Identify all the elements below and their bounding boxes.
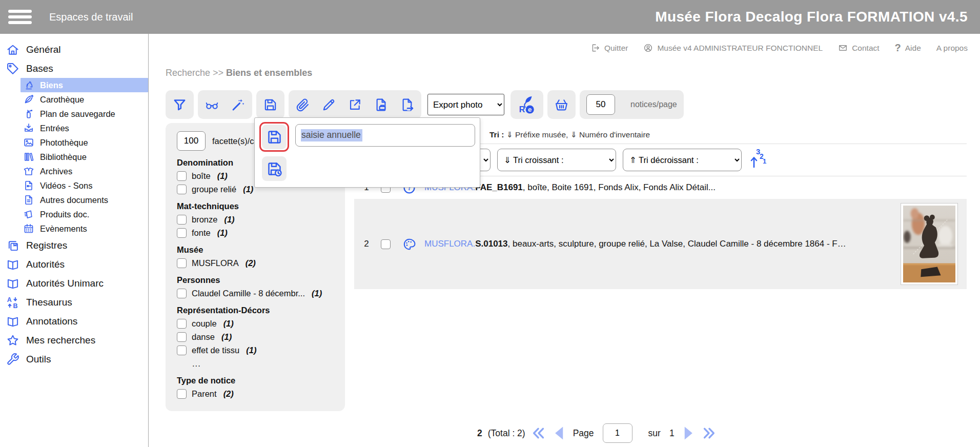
palette-icon[interactable] (402, 237, 416, 251)
sidebar-item-entrees[interactable]: Entrées (21, 121, 148, 135)
save-search-icon[interactable] (263, 97, 278, 112)
sidebar-item-carotheque[interactable]: Carothèque (21, 92, 148, 107)
re-index-icon[interactable]: Re (517, 95, 537, 114)
quit-button[interactable]: Quitter (590, 43, 628, 53)
edit-pencil-icon[interactable] (321, 97, 336, 112)
facet-checkbox-groupe-relie[interactable] (177, 185, 187, 194)
save-scheduled-search-button[interactable] (262, 156, 287, 181)
current-user[interactable]: Musée v4 ADMINISTRATEUR FONCTIONNEL (643, 43, 823, 53)
sidebar-item-outils[interactable]: Outils (0, 350, 148, 369)
main-content: Quitter Musée v4 ADMINISTRATEUR FONCTION… (149, 34, 980, 447)
inbox-download-icon (23, 123, 34, 134)
facet-group-musee: Musée MUSFLORA(2) (177, 245, 338, 268)
first-page-icon[interactable] (531, 425, 546, 441)
page-label: Page (573, 428, 594, 439)
facet-checkbox-bronze[interactable] (177, 215, 187, 225)
external-link-icon[interactable] (348, 97, 362, 112)
facet-count-input[interactable] (177, 131, 206, 151)
result-checkbox[interactable] (381, 239, 391, 249)
result-title[interactable]: MUSFLORA.S.01013, beaux-arts, sculpture,… (424, 239, 846, 249)
save-search-popup: saisie annuelle (254, 117, 480, 188)
sidebar-item-autorites[interactable]: Autorités (0, 255, 148, 274)
tag-icon (6, 62, 19, 75)
sidebar-item-plan-de-sauvegarde[interactable]: Plan de sauvegarde (21, 107, 148, 121)
sidebar-item-produits-doc[interactable]: Produits doc. (21, 207, 148, 221)
star-icon (6, 334, 19, 347)
facet-checkbox-effet-de-tissu[interactable] (177, 346, 187, 355)
sidebar-item-bibliotheque[interactable]: Bibliothèque (21, 150, 148, 164)
user-menu: Quitter Musée v4 ADMINISTRATEUR FONCTION… (590, 42, 968, 54)
calendar-icon (23, 223, 34, 234)
sidebar-item-autorites-unimarc[interactable]: Autorités Unimarc (0, 274, 148, 293)
sidebar-item-videos-sons[interactable]: Vidéos - Sons (21, 178, 148, 193)
save-named-search-button[interactable] (262, 125, 287, 149)
sort-order-321-icon[interactable]: 321 (750, 150, 767, 170)
sidebar-item-autres-documents[interactable]: Autres documents (21, 193, 148, 207)
workspace-label[interactable]: Espaces de travail (49, 11, 133, 23)
sidebar-item-evenements[interactable]: Evènements (21, 221, 148, 236)
export-document-icon[interactable] (400, 97, 415, 112)
save-icon (266, 129, 283, 146)
paperclip-icon[interactable] (295, 97, 310, 112)
sort-alpha-icon (6, 296, 19, 309)
facet-group-personnes: Personnes Claudel Camille - 8 décembr...… (177, 275, 338, 298)
open-book-icon (6, 258, 19, 271)
facet-checkbox-boite[interactable] (177, 171, 187, 181)
facet-checkbox-musflora[interactable] (177, 258, 187, 268)
facet-group-representation-decors: Représentation-Décors couple(1) danse(1)… (177, 306, 338, 369)
sidebar-item-bases[interactable]: Bases (0, 59, 148, 78)
open-book-icon (6, 277, 19, 290)
svg-text:e: e (528, 106, 532, 113)
open-book-icon (6, 315, 19, 328)
previous-page-icon[interactable] (552, 425, 567, 441)
facet-checkbox-claudel-camille[interactable] (177, 289, 187, 298)
result-total: (Total : 2) (488, 428, 525, 439)
results-list: 1 MUSFLORA.FAE_B1691, boîte, Boite 1691,… (354, 176, 967, 289)
result-thumbnail[interactable] (901, 203, 958, 285)
print-document-icon[interactable] (374, 97, 389, 112)
sidebar-item-annotations[interactable]: Annotations (0, 312, 148, 331)
search-name-input[interactable]: saisie annuelle (295, 124, 475, 147)
help-button[interactable]: ?Aide (895, 42, 921, 54)
page-number-input[interactable] (603, 423, 632, 443)
result-count: 2 (477, 428, 482, 439)
last-page-icon[interactable] (701, 425, 717, 441)
archive-box-icon (23, 166, 34, 177)
extinguisher-icon (23, 108, 34, 119)
sort-descending-select[interactable]: ⇑ Tri décroissant : (623, 149, 742, 171)
sidebar-item-general[interactable]: Général (0, 40, 148, 59)
sidebar-item-archives[interactable]: Archives (21, 164, 148, 178)
sidebar-item-mes-recherches[interactable]: Mes recherches (0, 331, 148, 350)
sort-ascending-select[interactable]: ⇓ Tri croissant : (497, 149, 616, 171)
breadcrumb-root[interactable]: Recherche (166, 68, 210, 78)
hamburger-menu-icon[interactable] (8, 7, 32, 27)
view-glasses-icon[interactable] (205, 97, 219, 112)
sidebar-item-biens[interactable]: Biens (21, 78, 148, 92)
sur-label: sur (648, 428, 661, 439)
breadcrumb-current: Biens et ensembles (226, 68, 312, 78)
facet-checkbox-fonte[interactable] (177, 228, 187, 238)
breadcrumb: Recherche >> Biens et ensembles (166, 68, 312, 78)
sort-controls: ⇓ Tri croissant : ⇑ Tri décroissant : 32… (446, 149, 767, 171)
facet-checkbox-parent[interactable] (177, 389, 187, 399)
magic-wand-icon[interactable] (231, 97, 246, 112)
photo-icon (23, 137, 34, 148)
highlight-red-ring (259, 122, 289, 152)
contact-button[interactable]: Contact (838, 43, 879, 53)
facet-group-type-de-notice: Type de notice Parent(2) (177, 376, 338, 399)
result-number: 2 (360, 239, 373, 249)
notices-per-page-input[interactable] (586, 94, 615, 115)
sidebar-item-phototheque[interactable]: Photothèque (21, 135, 148, 150)
sidebar-item-thesaurus[interactable]: Thesaurus (0, 293, 148, 312)
filter-icon[interactable] (172, 97, 187, 112)
export-photo-select[interactable]: Export photo (427, 94, 504, 115)
next-page-icon[interactable] (680, 425, 696, 441)
facet-more-link[interactable]: ... (192, 359, 338, 369)
facet-checkbox-danse[interactable] (177, 332, 187, 342)
about-button[interactable]: A propos (936, 44, 968, 53)
wrench-icon (6, 353, 19, 366)
document-icon (23, 194, 34, 206)
sidebar-item-registres[interactable]: Registres (0, 236, 148, 255)
facet-checkbox-couple[interactable] (177, 319, 187, 329)
basket-icon[interactable] (554, 97, 569, 112)
